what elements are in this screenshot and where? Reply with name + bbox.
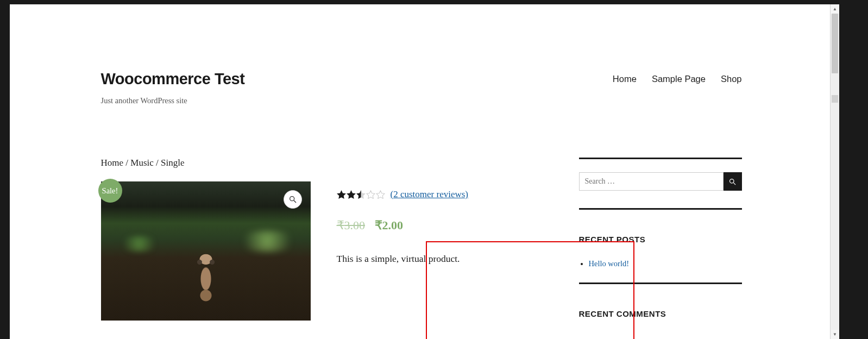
list-item: Hello world! [589, 259, 742, 268]
product-short-description: This is a simple, virtual product. [337, 253, 536, 265]
scroll-down-button[interactable]: ▼ [831, 330, 839, 339]
breadcrumb-sep: / [123, 158, 130, 168]
magnifier-icon [288, 195, 297, 204]
product-gallery: Sale! [101, 181, 311, 321]
widget-title: RECENT COMMENTS [579, 309, 742, 318]
svg-marker-7 [366, 191, 374, 198]
product-price: ₹3.00 ₹2.00 [337, 218, 536, 233]
sale-badge: Sale! [98, 179, 122, 203]
site-tagline: Just another WordPress site [101, 96, 245, 105]
price-new: 2.00 [382, 218, 404, 232]
product-image [101, 181, 311, 321]
recent-post-link[interactable]: Hello world! [589, 259, 630, 268]
svg-line-10 [733, 183, 735, 185]
svg-marker-3 [347, 190, 356, 199]
svg-marker-8 [376, 191, 384, 198]
site-header: Woocommerce Test Just another WordPress … [101, 4, 742, 105]
nav-item-home[interactable]: Home [613, 74, 637, 84]
site-title: Woocommerce Test [101, 68, 245, 89]
breadcrumb: Home / Music / Single [101, 158, 536, 168]
sidebar: RECENT POSTS Hello world! RECENT COMMENT… [536, 158, 742, 339]
breadcrumb-music[interactable]: Music [130, 158, 154, 168]
price-old: 3.00 [344, 218, 366, 232]
star-icon [337, 190, 346, 199]
currency-symbol: ₹ [375, 218, 382, 232]
product-image-link[interactable] [101, 181, 311, 321]
site-title-link[interactable]: Woocommerce Test [101, 70, 245, 87]
breadcrumb-current: Single [161, 158, 184, 168]
svg-point-0 [290, 197, 294, 201]
scroll-track[interactable] [831, 14, 839, 330]
primary-nav: Home Sample Page Shop [613, 68, 742, 84]
divider [579, 208, 742, 210]
product-main: Home / Music / Single Sale! [101, 158, 536, 339]
star-rating [337, 190, 385, 199]
divider [579, 282, 742, 284]
svg-point-9 [730, 179, 734, 183]
nav-item-shop[interactable]: Shop [721, 74, 742, 84]
magnifier-icon [728, 178, 737, 186]
zoom-button[interactable] [284, 190, 302, 209]
svg-line-1 [294, 200, 296, 203]
scroll-marker [832, 95, 838, 103]
recent-posts-widget: RECENT POSTS Hello world! [579, 235, 742, 284]
scrollbar[interactable]: ▲ ▼ [830, 4, 839, 339]
search-widget [579, 158, 742, 210]
nav-item-sample-page[interactable]: Sample Page [652, 74, 706, 84]
breadcrumb-sep: / [154, 158, 161, 168]
search-button[interactable] [724, 172, 742, 191]
divider [579, 158, 742, 159]
star-icon [347, 190, 356, 199]
star-outline-icon [376, 190, 385, 199]
search-input[interactable] [579, 172, 724, 191]
product-summary: (2 customer reviews) ₹3.00 ₹2.00 This is… [337, 181, 536, 321]
breadcrumb-home[interactable]: Home [101, 158, 124, 168]
svg-marker-2 [337, 190, 346, 199]
scroll-thumb[interactable] [832, 14, 838, 73]
recent-comments-widget: RECENT COMMENTS [579, 309, 742, 318]
scroll-up-button[interactable]: ▲ [831, 4, 839, 14]
star-outline-icon [366, 190, 375, 199]
star-half-icon [356, 190, 366, 199]
widget-title: RECENT POSTS [579, 235, 742, 244]
currency-symbol: ₹ [337, 218, 344, 232]
reviews-link[interactable]: (2 customer reviews) [391, 189, 469, 200]
